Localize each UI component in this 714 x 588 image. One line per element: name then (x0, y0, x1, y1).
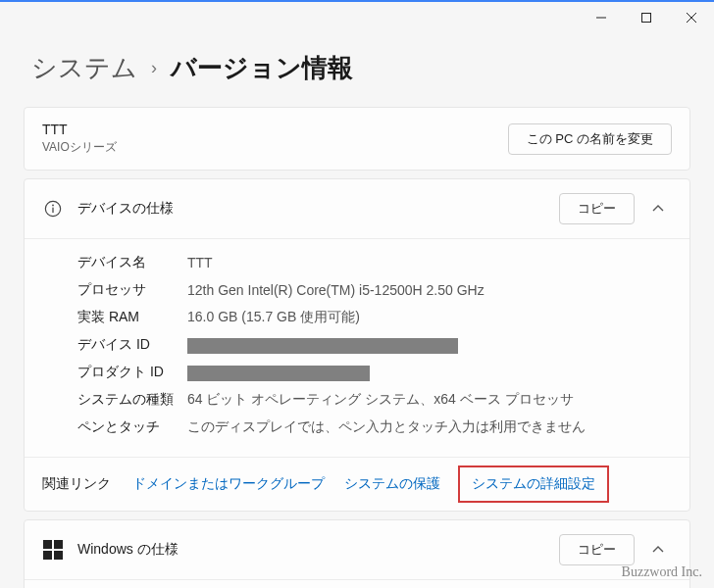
value-product-id (187, 364, 370, 380)
label-device-name: デバイス名 (77, 254, 187, 271)
spec-row-product-id: プロダクト ID (77, 359, 672, 386)
windows-spec-card: Windows の仕様 コピー エディション Windows 11 Home (24, 519, 690, 588)
svg-point-5 (52, 205, 54, 207)
value-processor: 12th Gen Intel(R) Core(TM) i5-12500H 2.5… (187, 282, 484, 298)
windows-spec-title: Windows の仕様 (77, 541, 559, 559)
watermark: Buzzword Inc. (622, 564, 702, 580)
page-title: バージョン情報 (171, 51, 353, 85)
spec-row-device-id: デバイス ID (77, 331, 672, 359)
svg-rect-7 (43, 540, 52, 549)
value-device-id (187, 336, 458, 353)
spec-row-processor: プロセッサ 12th Gen Intel(R) Core(TM) i5-1250… (77, 276, 672, 304)
windows-spec-copy-button[interactable]: コピー (559, 534, 635, 565)
chevron-right-icon: › (151, 58, 157, 78)
svg-rect-1 (642, 14, 651, 23)
label-pen-touch: ペンとタッチ (77, 418, 187, 436)
svg-rect-6 (52, 208, 53, 213)
label-device-id: デバイス ID (77, 336, 187, 354)
maximize-button[interactable] (624, 2, 669, 33)
rename-pc-button[interactable]: この PC の名前を変更 (508, 123, 672, 155)
value-ram: 16.0 GB (15.7 GB 使用可能) (187, 309, 360, 326)
info-icon (42, 200, 64, 218)
device-spec-card: デバイスの仕様 コピー デバイス名 TTT プロセッサ 12th Gen Int… (24, 178, 690, 512)
spec-row-device-name: デバイス名 TTT (77, 249, 672, 276)
label-ram: 実装 RAM (77, 309, 187, 326)
device-spec-title: デバイスの仕様 (77, 200, 559, 218)
pc-name-card: TTT VAIOシリーズ この PC の名前を変更 (24, 107, 690, 171)
breadcrumb-root[interactable]: システム (31, 51, 137, 85)
close-button[interactable] (669, 2, 714, 33)
label-product-id: プロダクト ID (77, 364, 187, 381)
svg-rect-10 (54, 551, 63, 560)
spec-row-system-type: システムの種類 64 ビット オペレーティング システム、x64 ベース プロセ… (77, 386, 672, 414)
label-system-type: システムの種類 (77, 391, 187, 409)
value-pen-touch: このディスプレイでは、ペン入力とタッチ入力は利用できません (187, 418, 586, 436)
windows-icon (42, 540, 64, 560)
link-system-protection[interactable]: システムの保護 (344, 475, 440, 493)
spec-row-pen-touch: ペンとタッチ このディスプレイでは、ペン入力とタッチ入力は利用できません (77, 414, 672, 441)
collapse-device-spec-button[interactable] (644, 202, 672, 216)
value-system-type: 64 ビット オペレーティング システム、x64 ベース プロセッサ (187, 391, 574, 409)
titlebar (0, 0, 714, 35)
collapse-windows-spec-button[interactable] (644, 543, 672, 557)
svg-rect-8 (54, 540, 63, 549)
label-processor: プロセッサ (77, 281, 187, 299)
related-links-row: 関連リンク ドメインまたはワークグループ システムの保護 システムの詳細設定 (25, 457, 689, 511)
link-domain-workgroup[interactable]: ドメインまたはワークグループ (132, 475, 325, 493)
link-system-advanced[interactable]: システムの詳細設定 (458, 466, 609, 503)
breadcrumb: システム › バージョン情報 (24, 35, 690, 107)
minimize-button[interactable] (579, 2, 624, 33)
related-links-label: 関連リンク (42, 475, 111, 493)
pc-name: TTT (42, 122, 508, 137)
window-top-accent (0, 0, 714, 2)
value-device-name: TTT (187, 255, 213, 270)
pc-series: VAIOシリーズ (42, 139, 508, 156)
svg-rect-9 (43, 551, 52, 560)
spec-row-ram: 実装 RAM 16.0 GB (15.7 GB 使用可能) (77, 304, 672, 331)
device-spec-copy-button[interactable]: コピー (559, 193, 635, 224)
